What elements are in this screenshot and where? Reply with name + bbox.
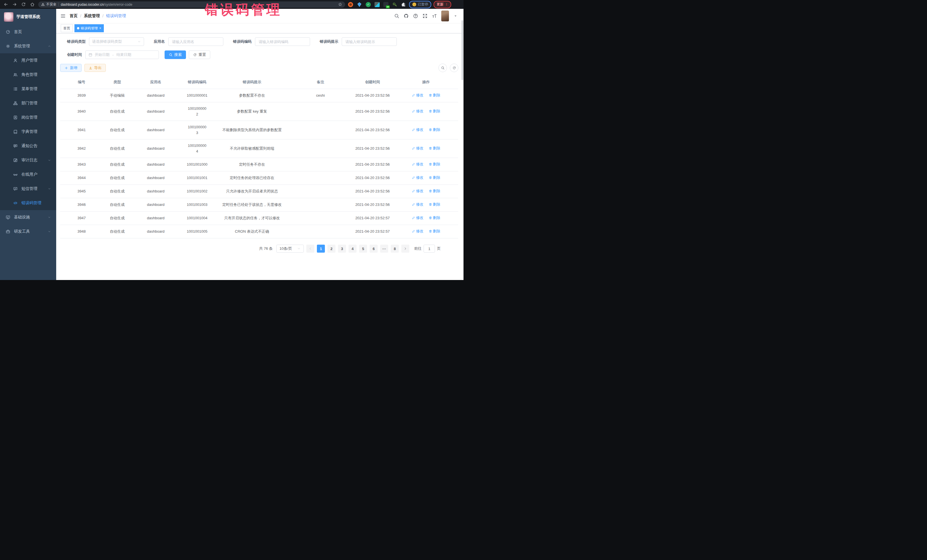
chevron-down-icon xyxy=(297,247,301,250)
extension-dark-icon[interactable]: on xyxy=(383,2,389,7)
chevron-down-icon[interactable] xyxy=(454,14,457,18)
page-button-6[interactable]: 6 xyxy=(370,244,378,253)
delete-link[interactable]: 删除 xyxy=(429,108,441,114)
delete-link[interactable]: 删除 xyxy=(429,161,441,167)
error-code-input[interactable] xyxy=(258,39,307,44)
date-range-picker[interactable]: 开始日期 - 结束日期 xyxy=(85,50,159,59)
op-label: 修改 xyxy=(416,188,424,194)
help-icon[interactable] xyxy=(413,14,418,18)
sidebar-item-用户管理[interactable]: 用户管理 xyxy=(0,53,56,68)
avatar[interactable] xyxy=(441,11,449,21)
edit-link[interactable]: 修改 xyxy=(412,146,424,151)
error-hint-input[interactable] xyxy=(345,39,394,44)
scrollbar-thumb[interactable] xyxy=(462,20,463,80)
page-button-2[interactable]: 2 xyxy=(327,244,336,253)
sidebar-logo-row[interactable]: 芋道管理系统 xyxy=(0,9,56,25)
sidebar-item-首页[interactable]: 首页 xyxy=(0,25,56,39)
extension-green-icon[interactable]: ✓ xyxy=(366,2,371,7)
next-page-button[interactable] xyxy=(401,244,409,253)
security-warning[interactable]: 不安全 xyxy=(41,2,56,7)
sidebar-item-字典管理[interactable]: 字典管理 xyxy=(0,124,56,139)
cell-type: 自动生成 xyxy=(103,121,132,140)
table-row: 3939手动编辑dashboard1001000001参数配置不存在ceshi2… xyxy=(60,89,458,102)
github-icon[interactable] xyxy=(404,14,409,18)
search-icon[interactable] xyxy=(394,14,399,18)
delete-link[interactable]: 删除 xyxy=(429,146,441,151)
sidebar-item-错误码管理[interactable]: 错误码管理 xyxy=(0,196,56,210)
page-button-3[interactable]: 3 xyxy=(338,244,346,253)
sidebar-item-通知公告[interactable]: 通知公告 xyxy=(0,139,56,153)
extension-gem-icon[interactable] xyxy=(357,2,362,7)
search-button[interactable]: 搜索 xyxy=(164,50,186,59)
sidebar-item-在线用户[interactable]: 在线用户 xyxy=(0,167,56,182)
edit-link[interactable]: 修改 xyxy=(412,175,424,181)
sidebar-item-label: 审计日志 xyxy=(21,158,37,163)
toggle-search-button[interactable] xyxy=(438,64,447,72)
sidebar-item-菜单管理[interactable]: 菜单管理 xyxy=(0,82,56,96)
tab-home[interactable]: 首页 xyxy=(61,24,73,32)
filter-row-2: 创建时间 开始日期 - 结束日期 搜索 xyxy=(67,50,459,59)
delete-link[interactable]: 删除 xyxy=(429,228,441,234)
page-size-select[interactable]: 10条/页 xyxy=(277,244,304,253)
page-button-1[interactable]: 1 xyxy=(317,244,325,253)
reload-icon[interactable] xyxy=(21,2,26,7)
add-button[interactable]: 新增 xyxy=(60,64,82,72)
sidebar-item-岗位管理[interactable]: 岗位管理 xyxy=(0,110,56,124)
extensions-puzzle-icon[interactable] xyxy=(401,2,406,7)
edit-link[interactable]: 修改 xyxy=(412,228,424,234)
extension-squares-icon[interactable] xyxy=(374,2,380,7)
url-bar[interactable]: 不安全 dashboard.yudao.iocoder.cn/system/er… xyxy=(38,2,345,8)
edit-link[interactable]: 修改 xyxy=(412,93,424,98)
close-icon[interactable]: × xyxy=(99,27,101,30)
prev-page-button[interactable] xyxy=(306,244,314,253)
sidebar-item-基础设施[interactable]: 基础设施 xyxy=(0,210,56,225)
cell-type: 自动生成 xyxy=(103,140,132,158)
pager-ellipsis[interactable]: ··· xyxy=(380,244,388,253)
sidebar-item-系统管理[interactable]: 系统管理 xyxy=(0,39,56,53)
reset-button[interactable]: 重置 xyxy=(189,50,210,59)
font-size-icon[interactable] xyxy=(432,14,437,18)
paused-extension-pill[interactable]: 已暂停 xyxy=(409,1,431,8)
goto-page-input[interactable] xyxy=(427,246,432,251)
page-button-8[interactable]: 8 xyxy=(391,244,399,253)
delete-link[interactable]: 删除 xyxy=(429,127,441,133)
delete-link[interactable]: 删除 xyxy=(429,215,441,221)
export-button[interactable]: 导出 xyxy=(84,64,106,72)
delete-link[interactable]: 删除 xyxy=(429,188,441,194)
page-button-4[interactable]: 4 xyxy=(348,244,357,253)
scrollbar[interactable] xyxy=(462,20,463,280)
bookmark-star-icon[interactable] xyxy=(338,2,342,6)
app-name-input[interactable] xyxy=(172,39,220,44)
breadcrumb-home[interactable]: 首页 xyxy=(70,14,78,18)
edit-link[interactable]: 修改 xyxy=(412,188,424,194)
tab-error-code[interactable]: 错误码管理 × xyxy=(74,24,104,32)
back-icon[interactable] xyxy=(3,2,8,7)
forward-icon[interactable] xyxy=(12,2,17,7)
cell-actions: 修改删除 xyxy=(394,171,458,185)
hamburger-icon[interactable] xyxy=(61,14,65,18)
edit-link[interactable]: 修改 xyxy=(412,108,424,114)
browser-menu-icon[interactable]: ⋮ xyxy=(445,3,448,6)
home-icon[interactable] xyxy=(30,2,35,7)
edit-link[interactable]: 修改 xyxy=(412,127,424,133)
breadcrumb-system[interactable]: 系统管理 xyxy=(84,14,100,18)
extension-orange-icon[interactable] xyxy=(348,2,353,7)
error-type-select[interactable]: 请选择错误码类型 xyxy=(89,37,144,46)
sidebar-item-部门管理[interactable]: 部门管理 xyxy=(0,96,56,110)
update-button[interactable]: 更新 ⋮ xyxy=(433,1,451,8)
sidebar-item-审计日志[interactable]: 审计日志 xyxy=(0,153,56,167)
sidebar-item-研发工具[interactable]: 研发工具 xyxy=(0,225,56,239)
extension-key-icon[interactable] xyxy=(392,2,397,7)
edit-link[interactable]: 修改 xyxy=(412,215,424,221)
edit-link[interactable]: 修改 xyxy=(412,161,424,167)
sidebar-item-短信管理[interactable]: 短信管理 xyxy=(0,182,56,196)
sidebar-item-角色管理[interactable]: 角色管理 xyxy=(0,68,56,82)
delete-link[interactable]: 删除 xyxy=(429,175,441,181)
edit-link[interactable]: 修改 xyxy=(412,202,424,207)
delete-link[interactable]: 删除 xyxy=(429,93,441,98)
cell-remark xyxy=(290,212,351,225)
page-button-5[interactable]: 5 xyxy=(359,244,367,253)
fullscreen-icon[interactable] xyxy=(422,14,427,18)
delete-link[interactable]: 删除 xyxy=(429,202,441,207)
refresh-table-button[interactable] xyxy=(450,64,458,72)
